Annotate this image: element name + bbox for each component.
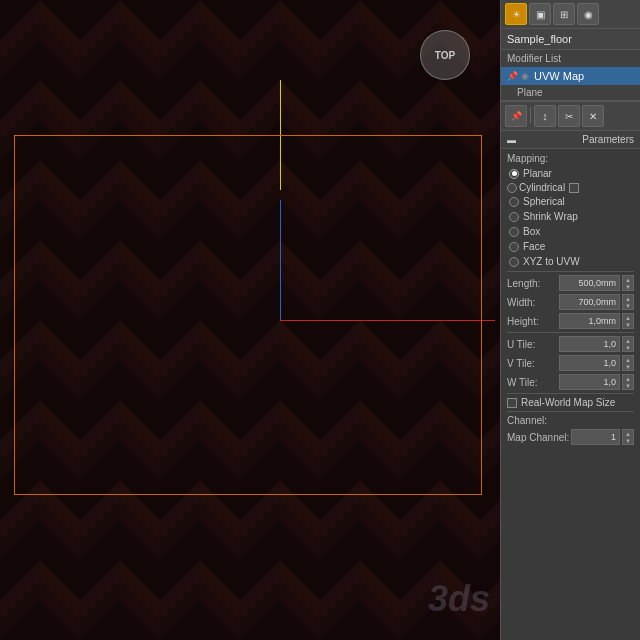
planar-radio-row[interactable]: Planar xyxy=(507,167,634,180)
u-tile-row: U Tile: ▲ ▼ xyxy=(507,336,634,352)
move-modifier-icon[interactable]: ↕ xyxy=(534,105,556,127)
height-label: Height: xyxy=(507,316,557,327)
face-radio-row[interactable]: Face xyxy=(507,240,634,253)
parameters-header[interactable]: ▬ Parameters xyxy=(501,131,640,149)
top-toolbar: ☀ ▣ ⊞ ◉ xyxy=(501,0,640,29)
spherical-radio-row[interactable]: Spherical xyxy=(507,195,634,208)
parameters-section: ▬ Parameters Mapping: Planar Cylindrical xyxy=(501,131,640,640)
real-world-checkbox[interactable] xyxy=(507,398,517,408)
u-tile-spin-down[interactable]: ▼ xyxy=(623,344,633,351)
axis-x xyxy=(280,320,495,321)
width-row: Width: ▲ ▼ xyxy=(507,294,634,310)
channel-label: Channel: xyxy=(507,415,557,426)
v-tile-spinner[interactable]: ▲ ▼ xyxy=(622,355,634,371)
v-tile-row: V Tile: ▲ ▼ xyxy=(507,355,634,371)
cylindrical-cap-checkbox[interactable] xyxy=(569,183,579,193)
w-tile-label: W Tile: xyxy=(507,377,557,388)
cylindrical-row[interactable]: Cylindrical xyxy=(507,182,634,193)
v-tile-spin-down[interactable]: ▼ xyxy=(623,363,633,370)
cylindrical-label: Cylindrical xyxy=(519,182,565,193)
face-label: Face xyxy=(523,241,545,252)
width-spin-up[interactable]: ▲ xyxy=(623,295,633,302)
uvw-map-modifier[interactable]: 📌 ◉ UVW Map xyxy=(501,67,640,85)
cut-modifier-icon[interactable]: ✂ xyxy=(558,105,580,127)
real-world-row[interactable]: Real-World Map Size xyxy=(507,397,634,408)
modifier-sub-entry[interactable]: Plane xyxy=(501,85,640,100)
xyz-radio[interactable] xyxy=(509,257,519,267)
mapping-label: Mapping: xyxy=(507,153,634,164)
width-input[interactable] xyxy=(559,294,620,310)
u-tile-input[interactable] xyxy=(559,336,620,352)
pin-modifier-icon: 📌 xyxy=(507,71,518,81)
divider-3 xyxy=(507,393,634,394)
length-spin-up[interactable]: ▲ xyxy=(623,276,633,283)
render-region-icon[interactable]: ▣ xyxy=(529,3,551,25)
planar-radio[interactable] xyxy=(509,169,519,179)
viewport[interactable]: TOP 3ds xyxy=(0,0,500,640)
divider-2 xyxy=(507,332,634,333)
spherical-radio[interactable] xyxy=(509,197,519,207)
length-spinner[interactable]: ▲ ▼ xyxy=(622,275,634,291)
right-panel: ☀ ▣ ⊞ ◉ Sample_floor Modifier List 📌 ◉ U… xyxy=(500,0,640,640)
planar-label: Planar xyxy=(523,168,552,179)
pin-stack-icon[interactable]: 📌 xyxy=(505,105,527,127)
modifier-section: Modifier List 📌 ◉ UVW Map Plane xyxy=(501,50,640,101)
width-spinner[interactable]: ▲ ▼ xyxy=(622,294,634,310)
length-input[interactable] xyxy=(559,275,620,291)
shrinkwrap-label: Shrink Wrap xyxy=(523,211,578,222)
v-tile-label: V Tile: xyxy=(507,358,557,369)
height-spin-down[interactable]: ▼ xyxy=(623,321,633,328)
channel-section: Channel: xyxy=(507,415,634,426)
shrinkwrap-radio[interactable] xyxy=(509,212,519,222)
w-tile-row: W Tile: ▲ ▼ xyxy=(507,374,634,390)
face-radio[interactable] xyxy=(509,242,519,252)
object-name: Sample_floor xyxy=(501,29,640,50)
cylindrical-radio[interactable] xyxy=(507,183,517,193)
v-tile-spin-up[interactable]: ▲ xyxy=(623,356,633,363)
delete-modifier-icon[interactable]: ✕ xyxy=(582,105,604,127)
map-channel-input[interactable] xyxy=(571,429,620,445)
length-spin-down[interactable]: ▼ xyxy=(623,283,633,290)
height-spin-up[interactable]: ▲ xyxy=(623,314,633,321)
map-channel-row: Map Channel: ▲ ▼ xyxy=(507,429,634,445)
toolbar-divider xyxy=(530,107,531,123)
width-spin-down[interactable]: ▼ xyxy=(623,302,633,309)
sun-icon[interactable]: ☀ xyxy=(505,3,527,25)
w-tile-input[interactable] xyxy=(559,374,620,390)
shrinkwrap-radio-row[interactable]: Shrink Wrap xyxy=(507,210,634,223)
u-tile-spinner[interactable]: ▲ ▼ xyxy=(622,336,634,352)
viewport-top-label: TOP xyxy=(420,30,470,80)
map-channel-label: Map Channel: xyxy=(507,432,569,443)
box-radio[interactable] xyxy=(509,227,519,237)
params-collapse-icon: ▬ xyxy=(507,135,516,145)
w-tile-spinner[interactable]: ▲ ▼ xyxy=(622,374,634,390)
box-radio-row[interactable]: Box xyxy=(507,225,634,238)
xyz-radio-row[interactable]: XYZ to UVW xyxy=(507,255,634,268)
map-channel-spin-down[interactable]: ▼ xyxy=(623,437,633,444)
modifier-name-label: UVW Map xyxy=(534,70,584,82)
divider-4 xyxy=(507,411,634,412)
params-content: Mapping: Planar Cylindrical Spherical xyxy=(501,149,640,452)
axis-y xyxy=(280,80,281,190)
environment-icon[interactable]: ⊞ xyxy=(553,3,575,25)
modifier-list-label: Modifier List xyxy=(501,50,640,67)
render-settings-icon[interactable]: ◉ xyxy=(577,3,599,25)
divider-1 xyxy=(507,271,634,272)
length-row: Length: ▲ ▼ xyxy=(507,275,634,291)
map-channel-spin-up[interactable]: ▲ xyxy=(623,430,633,437)
modifier-toolbar: 📌 ↕ ✂ ✕ xyxy=(501,101,640,131)
main-container: TOP 3ds ☀ ▣ ⊞ ◉ Sample_floor Modifier Li… xyxy=(0,0,640,640)
axis-z xyxy=(280,200,281,320)
w-tile-spin-down[interactable]: ▼ xyxy=(623,382,633,389)
height-spinner[interactable]: ▲ ▼ xyxy=(622,313,634,329)
height-input[interactable] xyxy=(559,313,620,329)
u-tile-spin-up[interactable]: ▲ xyxy=(623,337,633,344)
width-label: Width: xyxy=(507,297,557,308)
spherical-label: Spherical xyxy=(523,196,565,207)
modifier-toggle: ◉ xyxy=(521,71,529,81)
v-tile-input[interactable] xyxy=(559,355,620,371)
map-channel-spinner[interactable]: ▲ ▼ xyxy=(622,429,634,445)
height-row: Height: ▲ ▼ xyxy=(507,313,634,329)
box-label: Box xyxy=(523,226,540,237)
w-tile-spin-up[interactable]: ▲ xyxy=(623,375,633,382)
